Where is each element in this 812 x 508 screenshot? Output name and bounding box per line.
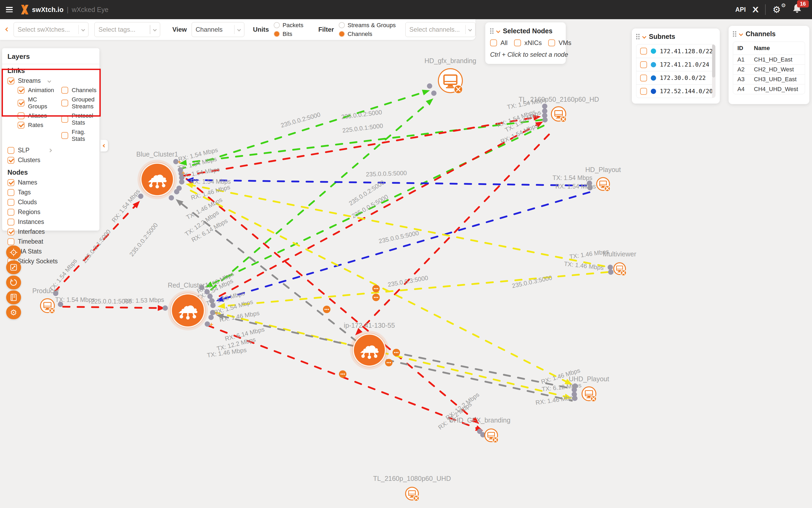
more-links-icon[interactable] xyxy=(372,294,380,301)
interface-dot[interactable] xyxy=(174,189,179,194)
chevron-right-icon[interactable] xyxy=(48,148,52,152)
header-x-icon[interactable]: X xyxy=(752,5,759,14)
hamburger-menu-icon[interactable] xyxy=(6,7,13,12)
checkbox-all[interactable] xyxy=(490,39,497,46)
chevron-down-icon[interactable] xyxy=(496,29,500,33)
subnet-row-172-41-128-0-22[interactable]: 172.41.128.0/22 xyxy=(636,44,715,58)
filter-channels-radio[interactable] xyxy=(339,31,345,37)
subnet-row-172-52-144-0-20[interactable]: 172.52.144.0/20 xyxy=(636,84,715,98)
interface-dot[interactable] xyxy=(542,103,547,109)
subnet-checkbox[interactable] xyxy=(640,88,647,95)
channels-select[interactable]: Select channels... xyxy=(405,22,475,37)
endpoint-node-HD_gfx_branding[interactable]: HD_gfx_branding xyxy=(425,57,476,93)
units-packets-radio[interactable] xyxy=(274,22,280,28)
interface-dot[interactable] xyxy=(427,83,432,89)
cluster-node-Blue_Cluster1[interactable]: ☁Blue_Cluster1 xyxy=(136,151,178,199)
checkbox-protocol-stats[interactable] xyxy=(61,116,68,123)
interface-dot[interactable] xyxy=(608,265,613,270)
api-button[interactable]: API xyxy=(735,6,746,13)
chevron-down-icon[interactable] xyxy=(739,32,743,36)
settings-icon[interactable]: ⚙⚙ xyxy=(773,4,785,15)
subnet-checkbox[interactable] xyxy=(640,75,647,81)
endpoint-node-TL_2160p_1080p60_UHD[interactable]: TL_2160p_1080p60_UHD xyxy=(373,475,451,501)
channel-row-a1[interactable]: A1CH1_HD_East xyxy=(733,54,805,65)
interface-dot[interactable] xyxy=(179,179,184,184)
xnic-badge-icon xyxy=(605,185,610,192)
label-aliases: Aliases xyxy=(28,112,47,119)
interface-dot[interactable] xyxy=(169,195,174,201)
xnic-badge-icon xyxy=(49,308,55,314)
checkbox-timebeat[interactable] xyxy=(7,238,14,245)
swxtches-select[interactable]: Select swXtches... xyxy=(13,22,88,37)
checkbox-animation[interactable] xyxy=(17,87,25,94)
interface-dot[interactable] xyxy=(173,159,179,164)
more-links-icon[interactable] xyxy=(323,306,331,313)
checkbox-clouds[interactable] xyxy=(7,199,14,206)
interface-dot[interactable] xyxy=(542,117,548,123)
interface-dot[interactable] xyxy=(162,305,168,311)
checkbox-tags[interactable] xyxy=(7,189,14,196)
checkbox-channels[interactable] xyxy=(61,87,68,94)
subnet-row-172-30-0-0-22[interactable]: 172.30.0.0/22 xyxy=(636,71,715,84)
notifications-button[interactable]: 16 xyxy=(792,3,805,16)
channel-row-a2[interactable]: A2CH2_HD_West xyxy=(733,65,805,74)
layers-collapse-button[interactable] xyxy=(101,140,108,152)
checkbox-frag-stats[interactable] xyxy=(61,132,68,139)
cluster-node-Red_Cluster1[interactable]: ☁Red_Cluster1 xyxy=(168,282,209,330)
reset-button[interactable] xyxy=(6,276,21,289)
channel-row-a3[interactable]: A3CH3_UHD_East xyxy=(733,74,805,84)
label-interfaces: Interfaces xyxy=(18,228,45,236)
filter-streams-groups-radio[interactable] xyxy=(339,22,345,28)
back-chevron-icon[interactable] xyxy=(6,27,9,32)
label-rates: Rates xyxy=(28,122,43,129)
chevron-down-icon[interactable] xyxy=(642,35,647,39)
checkbox-aliases[interactable] xyxy=(17,112,25,119)
layers-title: Layers xyxy=(7,52,94,61)
checkbox-regions[interactable] xyxy=(7,209,14,216)
slp-checkbox[interactable] xyxy=(7,147,14,154)
subnet-checkbox[interactable] xyxy=(640,48,647,54)
interface-dot[interactable] xyxy=(431,90,436,96)
checkbox-vms[interactable] xyxy=(548,39,555,46)
docs-button[interactable] xyxy=(6,291,21,304)
filter-toolbar: Select swXtches... Select tags... View C… xyxy=(0,19,475,40)
subnet-checkbox[interactable] xyxy=(640,61,647,68)
tags-select[interactable]: Select tags... xyxy=(94,22,160,37)
checkbox-xnics[interactable] xyxy=(514,39,521,46)
units-bits-radio[interactable] xyxy=(274,31,280,37)
subnet-row-172-41-21-0-24[interactable]: 172.41.21.0/24 xyxy=(636,58,715,71)
interface-dot[interactable] xyxy=(205,321,210,327)
chevron-down-icon[interactable] xyxy=(47,79,51,83)
drag-handle-icon[interactable] xyxy=(490,28,494,34)
drag-handle-icon[interactable] xyxy=(636,34,640,39)
expand-button[interactable] xyxy=(6,260,21,274)
checkbox-rates[interactable] xyxy=(17,122,25,129)
link-label: RX: 1.53 Mbps xyxy=(123,296,164,304)
interface-dot[interactable] xyxy=(608,269,614,275)
locate-button[interactable] xyxy=(6,246,21,259)
more-links-icon[interactable] xyxy=(385,359,392,366)
checkbox-instances[interactable] xyxy=(7,219,14,225)
scrollbar[interactable] xyxy=(712,44,715,98)
streams-checkbox[interactable] xyxy=(7,78,14,84)
selected-nodes-panel: Selected Nodes AllxNICsVMs Ctrl + Click … xyxy=(485,23,566,64)
chevron-down-icon xyxy=(237,28,241,32)
channel-row-a4[interactable]: A4CH4_UHD_West xyxy=(733,84,805,94)
more-links-icon[interactable] xyxy=(372,285,380,292)
more-links-icon[interactable] xyxy=(392,349,400,356)
more-links-icon[interactable] xyxy=(339,370,346,378)
checkbox-interfaces[interactable] xyxy=(7,228,14,236)
view-select[interactable]: Channels xyxy=(192,22,244,37)
layer-row-timebeat: Timebeat xyxy=(7,238,94,245)
clusters-checkbox[interactable] xyxy=(7,157,14,164)
subnet-color-dot xyxy=(651,89,656,94)
filter-label: Filter xyxy=(318,26,334,33)
interface-dot[interactable] xyxy=(208,315,214,320)
nodes-section-label: Nodes xyxy=(7,169,94,176)
drag-handle-icon[interactable] xyxy=(733,31,736,37)
subnet-cidr: 172.30.0.0/22 xyxy=(660,75,706,81)
checkbox-mc-groups[interactable] xyxy=(17,99,25,107)
checkbox-grouped-streams[interactable] xyxy=(61,99,68,107)
checkbox-names[interactable] xyxy=(7,179,14,186)
settings-pill-button[interactable]: ⚙ xyxy=(6,305,21,319)
